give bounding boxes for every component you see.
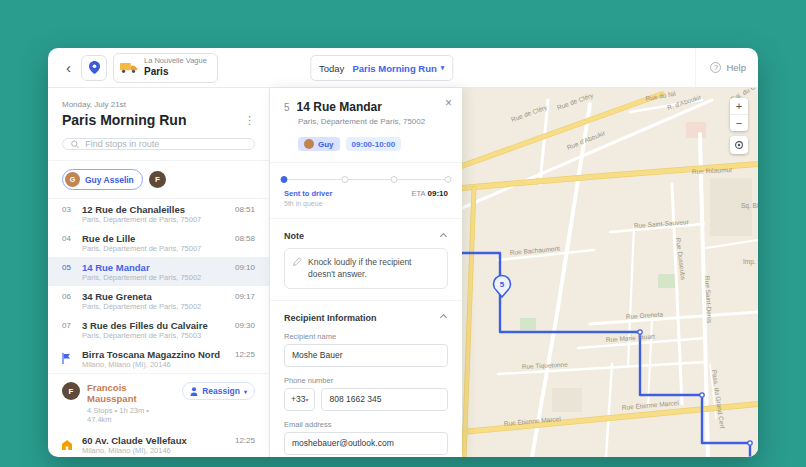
stop-number: 05	[62, 262, 75, 282]
search-icon	[71, 140, 79, 149]
stop-info: 3 Rue des Filles du Calvaire Paris, Dépa…	[82, 320, 228, 340]
locate-button[interactable]	[730, 136, 748, 154]
email-field[interactable]	[284, 432, 448, 455]
org-switcher[interactable]: La Nouvelle Vague Paris	[113, 53, 218, 83]
note-box[interactable]: Knock loudly if the recipient doesn't an…	[284, 248, 448, 289]
driver-filter-francois-avatar[interactable]: F	[149, 171, 166, 188]
divider	[270, 162, 462, 163]
stop-list-guy: 03 12 Rue de Chanaleilles Paris, Départe…	[48, 199, 269, 373]
stop-eta: 09:30	[235, 320, 255, 340]
home-icon	[62, 435, 75, 455]
route-menu-button[interactable]: ⋮	[244, 114, 255, 127]
stop-row[interactable]: Birra Toscana Magazzino Nord Milano, Mil…	[48, 344, 269, 373]
stop-eta: 12:25	[235, 435, 255, 455]
reassign-button[interactable]: Reassign ▾	[182, 382, 255, 400]
chevron-up-icon[interactable]	[440, 232, 447, 239]
avatar	[304, 139, 314, 149]
time-window-chip: 09:00-10:00	[346, 137, 402, 151]
avatar: F	[62, 382, 80, 400]
zoom-out-button[interactable]: −	[730, 115, 748, 131]
chevron-down-icon: ▾	[441, 64, 445, 72]
stop-row[interactable]: 07 3 Rue des Filles du Calvaire Paris, D…	[48, 315, 269, 344]
stop-eta: 09:10	[235, 262, 255, 282]
stop-name: Rue de Lille	[82, 233, 228, 244]
topbar-right: ? Help	[695, 48, 746, 87]
stop-info: 34 Rue Greneta Paris, Département de Par…	[82, 291, 228, 311]
stop-address: Paris, Département de Paris, 75002	[82, 302, 228, 311]
zoom-in-button[interactable]: +	[730, 98, 748, 114]
stop-eta: 08:51	[235, 204, 255, 224]
progress-track	[284, 176, 448, 184]
route-sidebar: Monday, July 21st Paris Morning Run ⋮ G …	[48, 88, 270, 457]
stop-address: Paris, Département de Paris, 75007	[82, 244, 228, 253]
recipient-name-label: Recipient name	[284, 332, 448, 341]
reassign-label: Reassign	[202, 386, 240, 396]
stop-row[interactable]: 60 Av. Claude Vellefaux Milano, Milano (…	[48, 430, 269, 457]
topbar: ‹ La Nouvelle Vague Paris Today Paris Mo…	[48, 48, 758, 88]
help-button[interactable]: ? Help	[710, 62, 746, 73]
search-input[interactable]	[85, 139, 246, 149]
phone-number-field[interactable]	[321, 388, 448, 411]
stop-number: 06	[62, 291, 75, 311]
route-select[interactable]: Paris Morning Run ▾	[352, 63, 444, 74]
street-label: Sq. Bien	[741, 202, 758, 210]
close-icon[interactable]: ×	[445, 96, 452, 110]
driver-pill-name: Guy Asselin	[85, 175, 134, 185]
delivery-progress: Sent to driver 5th in queue ETA09:10	[284, 176, 448, 207]
route-switcher: Today Paris Morning Run ▾	[310, 55, 453, 81]
queue-label: 5th in queue	[284, 200, 412, 207]
driver-name[interactable]: Francois Mausspant	[87, 382, 175, 404]
stop-info: 60 Av. Claude Vellefaux Milano, Milano (…	[82, 435, 228, 455]
route-date: Monday, July 21st	[62, 100, 255, 109]
stop-eta: 08:58	[235, 233, 255, 253]
stop-info: 12 Rue de Chanaleilles Paris, Départemen…	[82, 204, 228, 224]
driver-section-francois: F Francois Mausspant 4 Stops • 1h 23m • …	[48, 374, 269, 430]
stop-name: 34 Rue Greneta	[82, 291, 228, 302]
stop-name: 12 Rue de Chanaleilles	[82, 204, 228, 215]
chevron-up-icon[interactable]	[440, 314, 447, 321]
eta: ETA09:10	[412, 189, 449, 207]
eta-label: ETA	[412, 189, 426, 198]
org-text: La Nouvelle Vague Paris	[144, 57, 207, 77]
stop-search[interactable]	[62, 138, 255, 150]
pencil-icon	[293, 257, 302, 266]
stop-title: 14 Rue Mandar	[297, 100, 382, 114]
stop-number: 5	[284, 102, 290, 113]
stop-detail-panel: × 5 14 Rue Mandar Paris, Département de …	[270, 88, 462, 457]
stop-row[interactable]: 04 Rue de Lille Paris, Département de Pa…	[48, 228, 269, 257]
zoom-controls: + −	[730, 98, 748, 131]
stop-address: Paris, Département de Paris, 75007	[82, 215, 228, 224]
divider	[270, 300, 462, 301]
stop-name: 3 Rue des Filles du Calvaire	[82, 320, 228, 331]
location-pin-button[interactable]	[81, 55, 107, 81]
stop-address: Milano, Milano (MI), 20146	[82, 446, 228, 455]
recipient-section-title: Recipient Information	[284, 313, 377, 323]
org-name: La Nouvelle Vague	[144, 57, 207, 66]
stop-row[interactable]: 05 14 Rue Mandar Paris, Département de P…	[48, 257, 269, 286]
stop-name: Birra Toscana Magazzino Nord	[82, 349, 228, 360]
driver-route-summary: 4 Stops • 1h 23m • 47.4km	[87, 406, 175, 424]
eta-value: 09:10	[428, 189, 448, 198]
back-button[interactable]: ‹	[60, 60, 77, 75]
chevron-down-icon: ▾	[244, 388, 247, 395]
stop-info: Birra Toscana Magazzino Nord Milano, Mil…	[82, 349, 228, 369]
stop-number: 07	[62, 320, 75, 340]
driver-filter-guy[interactable]: G Guy Asselin	[62, 169, 143, 190]
map-canvas[interactable]: 5 Rue de CléryRue de CléryRue d'AboukirR…	[462, 88, 758, 457]
truck-icon	[120, 61, 138, 74]
stop-row[interactable]: 03 12 Rue de Chanaleilles Paris, Départe…	[48, 199, 269, 228]
route-select-label: Paris Morning Run	[352, 63, 436, 74]
stop-info: 14 Rue Mandar Paris, Département de Pari…	[82, 262, 228, 282]
driver-filter-row: G Guy Asselin F	[48, 161, 269, 198]
avatar: G	[65, 172, 80, 187]
progress-dot	[341, 176, 348, 183]
recipient-name-field[interactable]	[284, 344, 448, 367]
stop-number: 04	[62, 233, 75, 253]
progress-line	[286, 179, 446, 180]
driver-chip[interactable]: Guy	[298, 137, 340, 151]
country-code-select[interactable]: +33 ▾	[284, 388, 315, 411]
stop-eta: 12:25	[235, 349, 255, 369]
map-pin-icon	[89, 61, 100, 74]
sidebar-header: Monday, July 21st Paris Morning Run ⋮	[48, 88, 269, 128]
stop-row[interactable]: 06 34 Rue Greneta Paris, Département de …	[48, 286, 269, 315]
